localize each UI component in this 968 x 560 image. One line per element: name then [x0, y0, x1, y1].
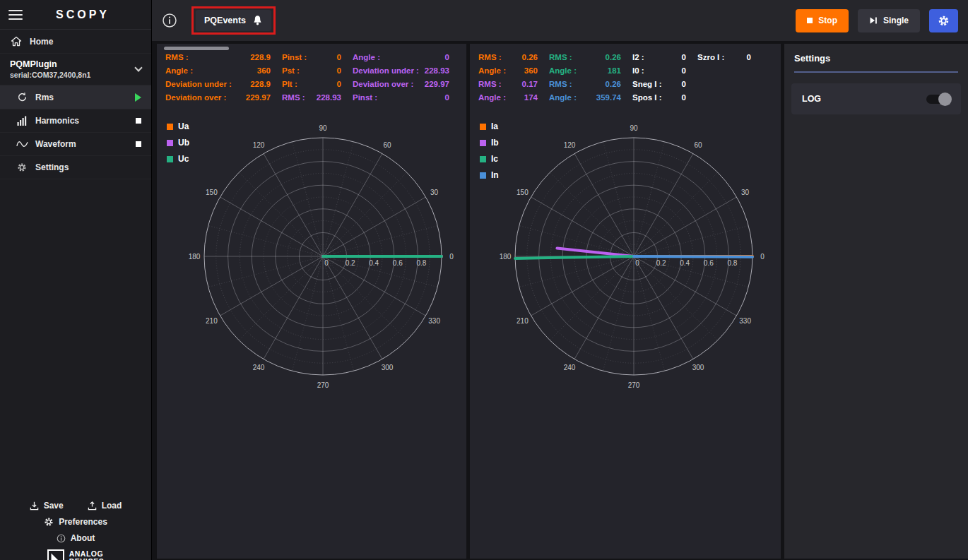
- sidebar-footer: Save Load Preferences Abou: [0, 495, 151, 560]
- info-icon: [57, 534, 66, 543]
- svg-text:0.4: 0.4: [680, 259, 690, 267]
- svg-text:270: 270: [317, 381, 329, 389]
- sidebar-item-label: Waveform: [35, 139, 76, 149]
- current-polar-chart[interactable]: 030609012015018021024027030033000.20.40.…: [470, 107, 781, 400]
- measurement: Szro I :0: [697, 53, 762, 61]
- gear-icon: [938, 15, 950, 27]
- sidebar-item-pqmplugin[interactable]: PQMPlugin serial:COM37,2400,8n1: [0, 54, 151, 85]
- measurement: I0 :0: [632, 66, 697, 75]
- measurement: Pinst :0: [282, 53, 353, 61]
- measurement: RMS :0.26: [478, 53, 549, 61]
- measurement: Deviation over :229.97: [353, 80, 461, 88]
- harmonics-bars-icon: [16, 116, 28, 126]
- sidebar-item-rms[interactable]: Rms: [0, 85, 151, 109]
- svg-text:330: 330: [428, 317, 440, 325]
- stop-icon: [807, 18, 813, 23]
- pqmplugin-text: PQMPlugin serial:COM37,2400,8n1: [10, 59, 136, 79]
- measurement: Spos I :0: [632, 93, 697, 102]
- svg-text:0.8: 0.8: [416, 259, 426, 267]
- single-button[interactable]: Single: [858, 9, 920, 32]
- voltage-phasor-panel: RMS :228.9Pinst :0Angle :0Angle :360Pst …: [157, 44, 466, 559]
- measurement: Angle :360: [478, 66, 549, 75]
- stop-button[interactable]: Stop: [796, 9, 849, 32]
- pqevents-button[interactable]: PQEvents: [196, 10, 271, 31]
- analog-devices-triangle-icon: [47, 549, 64, 560]
- measurement: Plt :0: [282, 80, 353, 88]
- measurement: Angle :0: [353, 53, 461, 61]
- menu-icon[interactable]: [8, 10, 23, 20]
- measurement: Angle :174: [478, 93, 549, 102]
- voltage-measurements: RMS :228.9Pinst :0Angle :0Angle :360Pst …: [165, 53, 461, 102]
- sidebar-item-settings[interactable]: Settings: [0, 156, 151, 179]
- svg-text:0.2: 0.2: [346, 259, 355, 267]
- svg-text:0: 0: [635, 259, 639, 267]
- measurement-row: Angle :360Pst :0Deviation under :228.93: [165, 66, 461, 75]
- save-button[interactable]: Save: [30, 501, 64, 511]
- svg-text:0: 0: [449, 253, 454, 261]
- svg-text:180: 180: [500, 253, 512, 261]
- measurement: Pinst :0: [353, 93, 461, 102]
- sidebar-item-home[interactable]: Home: [0, 30, 151, 54]
- stop-label: Stop: [818, 16, 837, 25]
- toggle-knob[interactable]: [938, 93, 952, 106]
- svg-text:150: 150: [517, 189, 529, 196]
- pqevents-annotation-highlight: PQEvents: [191, 6, 276, 35]
- app-logo: SCOPY: [23, 8, 143, 21]
- svg-text:240: 240: [253, 364, 265, 371]
- svg-text:270: 270: [628, 381, 640, 389]
- measurement-row: RMS :0.17RMS :0.26Sneg I :0: [478, 80, 775, 88]
- measurement: Pst :0: [282, 66, 353, 75]
- preferences-label: Preferences: [59, 517, 107, 527]
- stopped-square-icon[interactable]: [136, 141, 141, 147]
- stopped-square-icon[interactable]: [136, 118, 141, 124]
- log-row: LOG: [791, 83, 961, 114]
- svg-text:90: 90: [630, 124, 638, 132]
- log-toggle[interactable]: [926, 95, 950, 104]
- scopy-app: SCOPY Home PQMPlugin serial:COM37,2400,8…: [0, 0, 968, 560]
- settings-gear-button[interactable]: [929, 9, 958, 32]
- measurement: RMS :228.93: [282, 93, 353, 102]
- svg-text:210: 210: [206, 317, 218, 325]
- measurement: Deviation under :228.93: [353, 66, 461, 75]
- svg-text:300: 300: [692, 364, 704, 371]
- sidebar-item-label: Harmonics: [35, 116, 79, 126]
- sidebar-item-waveform[interactable]: Waveform: [0, 133, 151, 156]
- settings-panel: Settings LOG: [784, 44, 968, 559]
- measurement: RMS :0.26: [549, 53, 632, 61]
- measurement-row: Angle :360Angle :181I0 :0: [478, 66, 775, 75]
- measurement: RMS :0.17: [478, 80, 549, 88]
- horizontal-scrollbar-thumb[interactable]: [164, 47, 229, 50]
- running-play-icon[interactable]: [135, 93, 141, 102]
- measurement: Deviation over :229.97: [165, 93, 282, 102]
- svg-text:330: 330: [739, 317, 751, 325]
- sidebar: SCOPY Home PQMPlugin serial:COM37,2400,8…: [0, 0, 152, 560]
- measurement: I2 :0: [632, 53, 697, 61]
- measurement-row: Deviation over :229.97RMS :228.93Pinst :…: [165, 93, 461, 102]
- svg-text:0.2: 0.2: [656, 259, 666, 267]
- sidebar-item-harmonics[interactable]: Harmonics: [0, 109, 151, 133]
- measurement-row: RMS :0.26RMS :0.26I2 :0Szro I :0: [478, 53, 775, 61]
- single-step-icon: [869, 16, 878, 25]
- measurement: RMS :0.26: [549, 80, 632, 88]
- preferences-button[interactable]: Preferences: [44, 517, 107, 527]
- svg-text:90: 90: [319, 124, 327, 132]
- svg-text:0.8: 0.8: [727, 259, 737, 267]
- content-area: RMS :228.9Pinst :0Angle :0Angle :360Pst …: [152, 41, 968, 560]
- rms-icon: [16, 92, 28, 102]
- chevron-down-icon: [134, 64, 142, 71]
- measurement: Angle :360: [165, 66, 282, 75]
- svg-text:0.4: 0.4: [369, 259, 379, 267]
- load-label: Load: [102, 501, 122, 511]
- home-icon: [10, 36, 23, 47]
- svg-text:120: 120: [253, 141, 265, 149]
- svg-text:210: 210: [517, 317, 529, 325]
- phasor-in: [634, 256, 752, 257]
- svg-text:120: 120: [564, 141, 576, 149]
- voltage-polar-chart[interactable]: 030609012015018021024027030033000.20.40.…: [157, 107, 466, 400]
- svg-text:0: 0: [324, 259, 329, 267]
- load-button[interactable]: Load: [88, 501, 122, 511]
- info-icon[interactable]: [162, 13, 177, 28]
- gear-icon: [16, 162, 28, 172]
- top-toolbar: PQEvents Stop Single: [152, 0, 968, 41]
- about-button[interactable]: About: [57, 533, 95, 543]
